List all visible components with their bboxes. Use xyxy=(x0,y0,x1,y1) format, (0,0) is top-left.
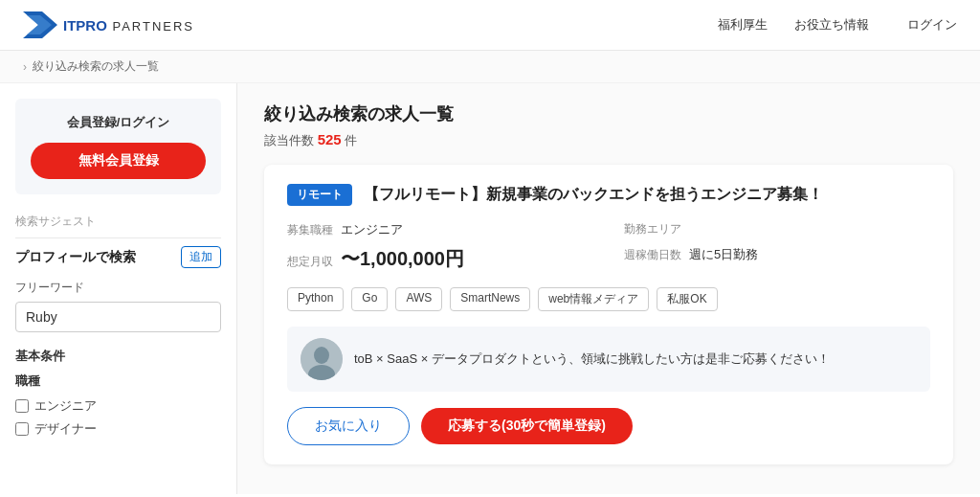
blurb-text: toB × SaaS × データプロダクトという、領域に挑戦したい方は是非ご応募… xyxy=(354,350,830,368)
recruitment-type-label: 募集職種 xyxy=(287,222,333,238)
work-area-item: 勤務エリア xyxy=(624,221,930,238)
profile-search-label: プロフィールで検索 xyxy=(15,249,136,266)
salary-item: 想定月収 〜1,000,000円 xyxy=(287,246,593,272)
tag-python: Python xyxy=(287,287,344,311)
tags-row: Python Go AWS SmartNews web情報メディア 私服OK xyxy=(287,287,930,311)
work-area-label: 勤務エリア xyxy=(624,221,681,237)
checkbox-engineer-label: エンジニア xyxy=(34,397,97,415)
register-button[interactable]: 無料会員登録 xyxy=(31,143,206,179)
tag-aws: AWS xyxy=(395,287,442,311)
checkbox-designer-input[interactable] xyxy=(15,422,29,436)
auth-title: 会員登録/ログイン xyxy=(31,114,206,131)
logo-text: ITPRO PARTNERS xyxy=(63,17,194,34)
login-button[interactable]: ログイン xyxy=(907,16,957,34)
favorite-button[interactable]: お気に入り xyxy=(287,407,410,445)
svg-point-3 xyxy=(314,347,329,364)
sidebar: 会員登録/ログイン 無料会員登録 検索サジェスト プロフィールで検索 追加 フリ… xyxy=(0,83,237,494)
checkbox-designer[interactable]: デザイナー xyxy=(15,420,221,438)
main-nav: 福利厚生 お役立ち情報 xyxy=(718,16,869,34)
work-days-label: 週稼働日数 xyxy=(624,247,681,263)
job-card: リモート 【フルリモート】新規事業のバックエンドを担うエンジニア募集！ 募集職種… xyxy=(264,165,953,464)
checkbox-engineer-input[interactable] xyxy=(15,399,29,413)
result-prefix: 該当件数 xyxy=(264,133,314,147)
job-details-grid: 募集職種 エンジニア 勤務エリア 想定月収 〜1,000,000円 週稼働日数 … xyxy=(287,221,930,272)
work-days-item: 週稼働日数 週に5日勤務 xyxy=(624,246,930,272)
breadcrumb-link[interactable]: 絞り込み検索の求人一覧 xyxy=(33,58,159,75)
company-blurb: toB × SaaS × データプロダクトという、領域に挑戦したい方は是非ご応募… xyxy=(287,327,930,392)
salary-value: 〜1,000,000円 xyxy=(341,246,464,272)
job-title: 【フルリモート】新規事業のバックエンドを担うエンジニア募集！ xyxy=(364,185,823,205)
checkbox-designer-label: デザイナー xyxy=(34,420,97,438)
avatar-image xyxy=(301,338,343,380)
breadcrumb: › 絞り込み検索の求人一覧 xyxy=(0,51,980,83)
job-type-label: 職種 xyxy=(15,373,221,390)
salary-label: 想定月収 xyxy=(287,254,333,270)
itpro-logo-icon xyxy=(23,11,57,38)
result-suffix: 件 xyxy=(345,133,357,147)
result-count: 該当件数 525 件 xyxy=(264,131,953,149)
main-layout: 会員登録/ログイン 無料会員登録 検索サジェスト プロフィールで検索 追加 フリ… xyxy=(0,83,980,494)
freeword-label: フリーワード xyxy=(15,280,221,296)
work-days-value: 週に5日勤務 xyxy=(689,246,758,263)
remote-badge: リモート xyxy=(287,184,352,206)
profile-add-button[interactable]: 追加 xyxy=(181,246,221,268)
recruitment-type-item: 募集職種 エンジニア xyxy=(287,221,593,238)
freeword-input[interactable] xyxy=(15,302,221,332)
content-area: 絞り込み検索の求人一覧 該当件数 525 件 リモート 【フルリモート】新規事業… xyxy=(237,83,980,494)
header: ITPRO PARTNERS 福利厚生 お役立ち情報 ログイン xyxy=(0,0,980,51)
job-card-header: リモート 【フルリモート】新規事業のバックエンドを担うエンジニア募集！ xyxy=(287,184,930,206)
nav-link-benefits[interactable]: 福利厚生 xyxy=(718,16,768,34)
tag-smartnews: SmartNews xyxy=(450,287,530,311)
tag-web-media: web情報メディア xyxy=(538,287,649,311)
nav-link-info[interactable]: お役立ち情報 xyxy=(794,16,869,34)
action-buttons: お気に入り 応募する(30秒で簡単登録) xyxy=(287,407,930,445)
basic-conditions-label: 基本条件 xyxy=(15,348,221,365)
tag-casual: 私服OK xyxy=(657,287,717,311)
sidebar-auth-box: 会員登録/ログイン 無料会員登録 xyxy=(15,99,221,194)
checkbox-engineer[interactable]: エンジニア xyxy=(15,397,221,415)
breadcrumb-chevron-icon: › xyxy=(23,60,27,74)
avatar xyxy=(301,338,343,380)
tag-go: Go xyxy=(351,287,388,311)
search-suggest-label: 検索サジェスト xyxy=(15,214,221,230)
profile-search-row: プロフィールで検索 追加 xyxy=(15,246,221,268)
sidebar-divider-1 xyxy=(15,237,221,238)
apply-button[interactable]: 応募する(30秒で簡単登録) xyxy=(421,408,633,444)
logo-area: ITPRO PARTNERS xyxy=(23,11,194,38)
page-title: 絞り込み検索の求人一覧 xyxy=(264,102,953,125)
result-count-number: 525 xyxy=(318,131,342,147)
recruitment-type-value: エンジニア xyxy=(341,221,403,238)
